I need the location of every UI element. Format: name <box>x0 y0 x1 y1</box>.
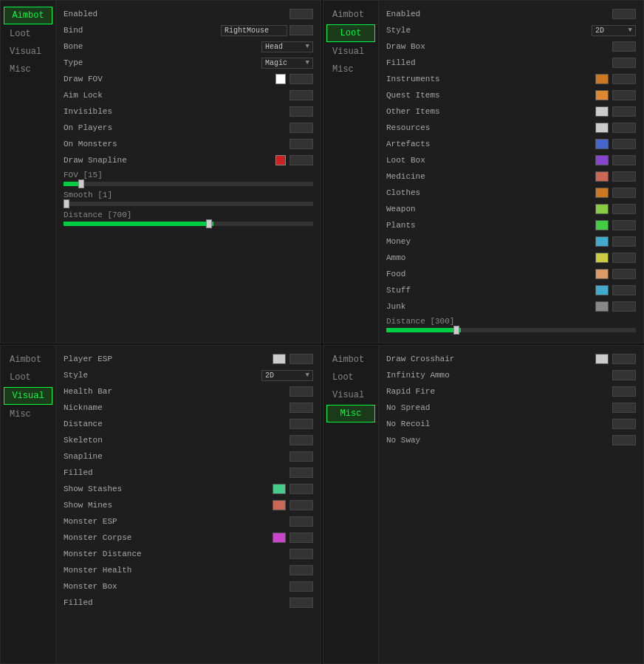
toggle-ammo[interactable] <box>612 253 636 263</box>
weapon-swatch[interactable] <box>595 204 609 214</box>
sidebar-item-aimbot[interactable]: Aimbot <box>4 7 52 24</box>
toggle-rapid-fire[interactable] <box>612 386 636 397</box>
instruments-swatch[interactable] <box>595 74 609 84</box>
row-artefacts: Artefacts <box>386 137 636 151</box>
sidebar-item-misc[interactable]: Misc <box>4 61 52 78</box>
toggle-no-recoil[interactable] <box>612 419 636 429</box>
toggle-on-monsters[interactable] <box>290 139 313 149</box>
label-food: Food <box>386 270 595 278</box>
food-swatch[interactable] <box>595 269 609 279</box>
sidebar-item-aimbot4[interactable]: Aimbot <box>326 352 375 368</box>
other-swatch[interactable] <box>595 106 609 117</box>
toggle-loot-box[interactable] <box>612 155 636 165</box>
ammo-swatch[interactable] <box>595 253 609 263</box>
medicine-swatch[interactable] <box>595 171 609 182</box>
toggle-quest-items[interactable] <box>612 90 636 100</box>
sidebar-item-aimbot2[interactable]: Aimbot <box>326 7 375 23</box>
toggle-visual-filled[interactable] <box>290 468 313 478</box>
toggle-stuff[interactable] <box>612 285 636 295</box>
toggle-loot-filled[interactable] <box>612 58 636 68</box>
slider-distance-track[interactable] <box>64 222 313 226</box>
resources-swatch[interactable] <box>595 123 609 133</box>
toggle-invisibles[interactable] <box>290 106 313 117</box>
toggle-artefacts[interactable] <box>612 139 636 149</box>
toggle-draw-crosshair[interactable] <box>612 354 636 364</box>
sidebar-item-loot[interactable]: Loot <box>4 26 52 42</box>
toggle-resources[interactable] <box>612 123 636 133</box>
toggle-draw-fov[interactable] <box>290 74 313 84</box>
sidebar-item-loot3[interactable]: Loot <box>4 369 52 386</box>
snapline-color-swatch[interactable] <box>275 155 286 165</box>
toggle-infinity-ammo[interactable] <box>612 370 636 380</box>
sidebar-item-visual4[interactable]: Visual <box>326 387 375 403</box>
slider-smooth-thumb[interactable] <box>64 199 69 208</box>
toggle-on-players[interactable] <box>290 123 313 133</box>
sidebar-item-misc2[interactable]: Misc <box>326 61 375 78</box>
sidebar-item-aimbot3[interactable]: Aimbot <box>4 352 52 368</box>
toggle-monster-health[interactable] <box>290 565 313 575</box>
slider-distance-thumb[interactable] <box>206 219 212 228</box>
bone-dropdown[interactable]: Head ▼ <box>261 41 313 52</box>
toggle-health-bar[interactable] <box>290 386 313 397</box>
sidebar-item-visual3[interactable]: Visual <box>4 387 52 405</box>
bind-dropdown[interactable]: RightMouse <box>221 25 287 36</box>
toggle-clothes[interactable] <box>612 188 636 198</box>
toggle-aim-lock[interactable] <box>290 90 313 100</box>
quest-swatch[interactable] <box>595 90 609 100</box>
toggle-plants[interactable] <box>612 220 636 230</box>
toggle-monster-esp[interactable] <box>290 516 313 527</box>
clothes-swatch[interactable] <box>595 188 609 198</box>
slider-loot-thumb[interactable] <box>453 326 459 335</box>
toggle-money[interactable] <box>612 236 636 247</box>
money-swatch[interactable] <box>595 236 609 247</box>
slider-loot-distance-track[interactable] <box>386 328 636 332</box>
toggle-weapon[interactable] <box>612 204 636 214</box>
toggle-monster-box[interactable] <box>290 581 313 592</box>
plants-swatch[interactable] <box>595 220 609 230</box>
visual-style-dropdown[interactable]: 2D ▼ <box>261 370 313 381</box>
toggle-visual-distance[interactable] <box>290 419 313 429</box>
type-dropdown[interactable]: Magic ▼ <box>261 58 313 69</box>
loot-box-swatch[interactable] <box>595 155 609 165</box>
slider-smooth-track[interactable] <box>64 202 313 206</box>
fov-color-swatch[interactable] <box>275 74 286 84</box>
toggle-food[interactable] <box>612 269 636 279</box>
toggle-player-esp[interactable] <box>290 354 313 364</box>
sidebar-item-misc3[interactable]: Misc <box>4 406 52 422</box>
toggle-bind[interactable] <box>290 25 313 35</box>
toggle-instruments[interactable] <box>612 74 636 84</box>
corpse-swatch[interactable] <box>273 533 286 543</box>
junk-swatch[interactable] <box>595 301 609 312</box>
toggle-show-mines[interactable] <box>290 500 313 510</box>
toggle-enabled[interactable] <box>290 9 313 19</box>
toggle-draw-snapline[interactable] <box>290 155 313 165</box>
sidebar-item-misc4[interactable]: Misc <box>326 405 375 422</box>
toggle-nickname[interactable] <box>290 403 313 413</box>
toggle-no-sway[interactable] <box>612 435 636 445</box>
sidebar-item-visual[interactable]: Visual <box>4 44 52 60</box>
artefacts-swatch[interactable] <box>595 139 609 149</box>
toggle-loot-enabled[interactable] <box>612 9 636 19</box>
toggle-medicine[interactable] <box>612 171 636 182</box>
stuff-swatch[interactable] <box>595 285 609 295</box>
stashes-swatch[interactable] <box>273 484 286 494</box>
sidebar-item-loot4[interactable]: Loot <box>326 369 375 386</box>
toggle-monster-corpse[interactable] <box>290 533 313 543</box>
slider-fov-track[interactable] <box>64 182 313 186</box>
sidebar-item-loot2[interactable]: Loot <box>326 24 375 42</box>
mines-swatch[interactable] <box>273 500 286 510</box>
toggle-draw-box[interactable] <box>612 41 636 52</box>
player-esp-swatch[interactable] <box>273 354 286 364</box>
toggle-monster-distance[interactable] <box>290 549 313 559</box>
toggle-monster-filled[interactable] <box>290 598 313 608</box>
toggle-junk[interactable] <box>612 301 636 312</box>
loot-style-dropdown[interactable]: 2D ▼ <box>592 25 636 36</box>
crosshair-swatch[interactable] <box>595 354 609 364</box>
toggle-snapline[interactable] <box>290 451 313 462</box>
toggle-other-items[interactable] <box>612 106 636 117</box>
toggle-no-spread[interactable] <box>612 403 636 413</box>
toggle-skeleton[interactable] <box>290 435 313 445</box>
slider-fov-thumb[interactable] <box>78 179 84 188</box>
sidebar-item-visual2[interactable]: Visual <box>326 44 375 60</box>
toggle-show-stashes[interactable] <box>290 484 313 494</box>
